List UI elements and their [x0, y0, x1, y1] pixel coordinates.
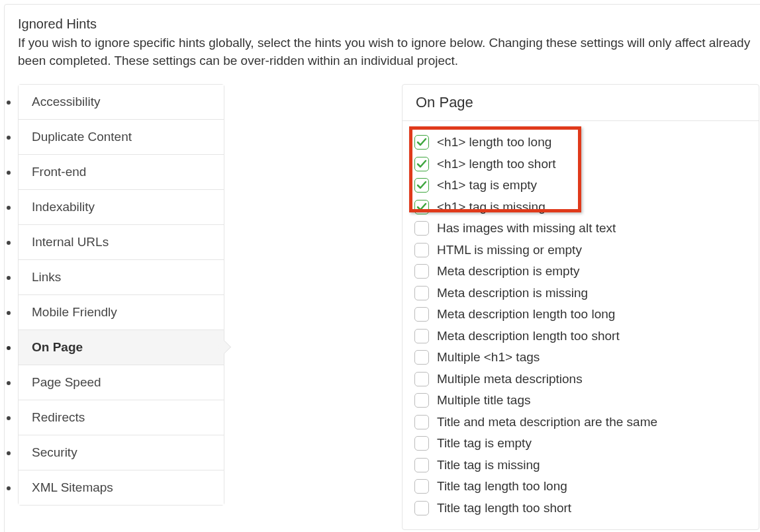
sidebar-item-on-page[interactable]: On Page: [19, 330, 224, 365]
hint-checkbox[interactable]: [414, 135, 429, 150]
sidebar-item-label: On Page: [32, 340, 83, 354]
sidebar-item-label: Front-end: [32, 165, 86, 179]
sidebar-item-links[interactable]: Links: [19, 260, 224, 295]
hint-checkbox[interactable]: [414, 350, 429, 365]
hint-checkbox[interactable]: [414, 307, 429, 322]
hint-row: Meta description length too short: [414, 326, 747, 347]
hint-row: Multiple meta descriptions: [414, 369, 747, 390]
hint-label: Title tag length too long: [437, 477, 567, 496]
hint-row: HTML is missing or empty: [414, 240, 747, 261]
sidebar-item-accessibility[interactable]: Accessibility: [19, 85, 224, 120]
category-sidebar: AccessibilityDuplicate ContentFront-endI…: [18, 84, 224, 506]
hint-row: Has images with missing alt text: [414, 218, 747, 240]
hint-label: Has images with missing alt text: [437, 219, 616, 238]
hint-row: <h1> length too long: [414, 132, 747, 154]
hint-row: Multiple title tags: [414, 390, 747, 412]
sidebar-item-label: Links: [32, 270, 61, 284]
hint-checkbox[interactable]: [414, 501, 429, 515]
hint-label: Title tag is empty: [437, 434, 532, 453]
hint-row: Title tag is missing: [414, 455, 747, 476]
hint-checkbox[interactable]: [414, 221, 429, 236]
hint-row: <h1> length too short: [414, 154, 747, 175]
hint-row: Title tag length too long: [414, 476, 747, 498]
sidebar-item-label: Internal URLs: [32, 235, 109, 249]
hint-checkbox[interactable]: [414, 243, 429, 257]
columns: AccessibilityDuplicate ContentFront-endI…: [18, 84, 759, 530]
hint-row: Meta description is missing: [414, 283, 747, 304]
sidebar-item-duplicate-content[interactable]: Duplicate Content: [19, 120, 224, 155]
hint-label: <h1> tag is missing: [437, 198, 546, 217]
hint-checkbox[interactable]: [414, 200, 429, 214]
hint-checkbox[interactable]: [414, 479, 429, 494]
hint-checkbox[interactable]: [414, 393, 429, 408]
sidebar-item-label: Redirects: [32, 410, 85, 424]
sidebar-item-label: Indexability: [32, 200, 95, 214]
sidebar-item-label: Duplicate Content: [32, 130, 132, 144]
sidebar-item-label: Accessibility: [32, 95, 100, 109]
sidebar-item-label: XML Sitemaps: [32, 480, 113, 494]
sidebar-item-internal-urls[interactable]: Internal URLs: [19, 225, 224, 260]
hint-label: Title and meta description are the same: [437, 413, 657, 432]
hint-label: Multiple <h1> tags: [437, 348, 540, 367]
hint-checkbox[interactable]: [414, 157, 429, 171]
section-description: If you wish to ignore specific hints glo…: [18, 34, 759, 69]
hint-label: Multiple title tags: [437, 391, 531, 410]
hint-label: Meta description is empty: [437, 262, 579, 281]
hint-checkbox[interactable]: [414, 415, 429, 429]
hint-label: Meta description length too short: [437, 327, 620, 346]
section-title: Ignored Hints: [18, 17, 759, 32]
hint-row: Title tag length too short: [414, 498, 747, 519]
sidebar-item-label: Mobile Friendly: [32, 305, 117, 319]
hint-row: Meta description length too long: [414, 304, 747, 326]
sidebar-item-label: Page Speed: [32, 375, 101, 389]
hint-list: <h1> length too long<h1> length too shor…: [414, 132, 747, 519]
settings-card: Ignored Hints If you wish to ignore spec…: [4, 4, 760, 532]
hint-label: Title tag is missing: [437, 456, 540, 475]
sidebar-item-indexability[interactable]: Indexability: [19, 190, 224, 225]
hint-checkbox[interactable]: [414, 286, 429, 300]
hint-label: Title tag length too short: [437, 499, 571, 518]
hint-row: <h1> tag is empty: [414, 175, 747, 197]
sidebar-item-page-speed[interactable]: Page Speed: [19, 365, 224, 400]
panel-title: On Page: [403, 85, 759, 121]
hint-label: Multiple meta descriptions: [437, 370, 583, 389]
hint-checkbox[interactable]: [414, 329, 429, 343]
sidebar-item-front-end[interactable]: Front-end: [19, 155, 224, 190]
hint-row: Title and meta description are the same: [414, 412, 747, 433]
hint-checkbox[interactable]: [414, 264, 429, 279]
hint-checkbox[interactable]: [414, 458, 429, 472]
sidebar-item-security[interactable]: Security: [19, 435, 224, 470]
hint-label: <h1> tag is empty: [437, 176, 537, 195]
panel-body: <h1> length too long<h1> length too shor…: [403, 121, 759, 529]
hints-panel: On Page <h1> length too long<h1> length …: [402, 84, 759, 530]
hint-label: HTML is missing or empty: [437, 241, 582, 260]
sidebar-item-mobile-friendly[interactable]: Mobile Friendly: [19, 295, 224, 330]
hint-row: Multiple <h1> tags: [414, 347, 747, 369]
hint-checkbox[interactable]: [414, 178, 429, 193]
sidebar-item-redirects[interactable]: Redirects: [19, 400, 224, 435]
sidebar-item-xml-sitemaps[interactable]: XML Sitemaps: [19, 470, 224, 505]
hint-row: Title tag is empty: [414, 433, 747, 455]
hint-label: Meta description is missing: [437, 284, 588, 303]
hint-label: <h1> length too short: [437, 155, 556, 174]
hint-label: Meta description length too long: [437, 305, 615, 324]
hint-checkbox[interactable]: [414, 372, 429, 386]
hint-checkbox[interactable]: [414, 436, 429, 451]
sidebar-item-label: Security: [32, 445, 77, 459]
hint-row: Meta description is empty: [414, 261, 747, 283]
hint-row: <h1> tag is missing: [414, 197, 747, 218]
hint-label: <h1> length too long: [437, 133, 551, 152]
